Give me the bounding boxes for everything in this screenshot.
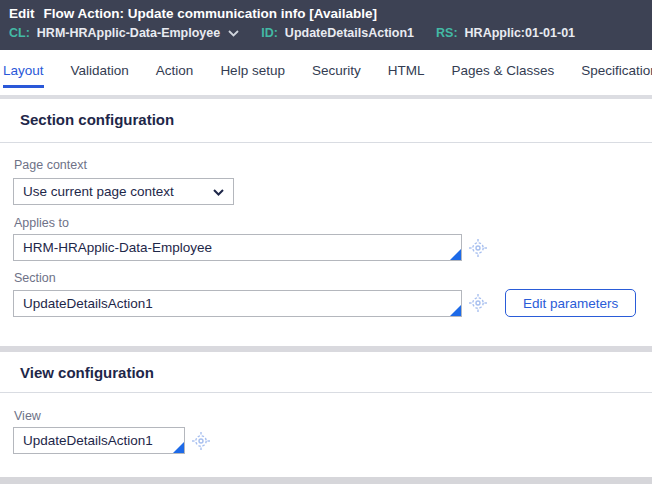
autocomplete-corner-triangle [173,442,184,453]
section-divider [0,346,652,352]
section-configuration-heading: Section configuration [20,111,174,128]
edit-label: Edit [9,6,35,21]
tab-html[interactable]: HTML [388,50,425,88]
autocomplete-corner-triangle [450,305,461,316]
class-value: HRM-HRApplic-Data-Employee [37,26,220,40]
autocomplete-corner-triangle [450,249,461,260]
applies-to-input[interactable] [13,234,462,261]
section-input[interactable] [13,290,462,317]
rule-meta: CL: HRM-HRApplic-Data-Employee ID: Updat… [9,26,642,40]
page-context-selected-value: Use current page context [23,184,174,199]
tab-action[interactable]: Action [156,50,194,88]
tab-security[interactable]: Security [312,50,361,88]
id-value: UpdateDetailsAction1 [285,26,414,40]
tab-layout[interactable]: Layout [3,50,44,88]
tabbar-bottom-strip [0,95,652,99]
bottom-divider [0,477,652,484]
ruleset-value: HRApplic:01-01-01 [465,26,575,40]
rule-title: Flow Action: Update communication info [… [44,6,378,21]
applies-to-label: Applies to [14,216,69,230]
chevron-down-icon [228,26,239,40]
rule-tab-bar: Layout Validation Action Help setup Secu… [0,50,652,88]
tab-specifications[interactable]: Specifications [581,50,652,88]
ruleset-key-label: RS: [436,26,458,40]
section-label: Section [14,271,56,285]
tab-validation[interactable]: Validation [71,50,129,88]
class-menu-button[interactable] [228,26,239,40]
heading-rule [0,142,652,143]
page-context-select[interactable]: Use current page context [13,178,234,205]
heading-rule [0,392,652,393]
view-configuration-heading: View configuration [20,364,154,381]
view-input[interactable] [13,427,185,454]
page-title: EditFlow Action: Update communication in… [9,6,642,21]
tab-help-setup[interactable]: Help setup [220,50,285,88]
crosshair-target-icon[interactable] [190,430,212,452]
crosshair-target-icon[interactable] [467,292,489,314]
chevron-down-icon [213,184,224,199]
tab-pages-classes[interactable]: Pages & Classes [451,50,554,88]
rule-header: EditFlow Action: Update communication in… [0,0,652,50]
class-key-label: CL: [9,26,30,40]
view-label: View [14,409,41,423]
id-key-label: ID: [261,26,278,40]
edit-parameters-button[interactable]: Edit parameters [505,289,636,317]
crosshair-target-icon[interactable] [467,237,489,259]
page-context-label: Page context [14,158,87,172]
